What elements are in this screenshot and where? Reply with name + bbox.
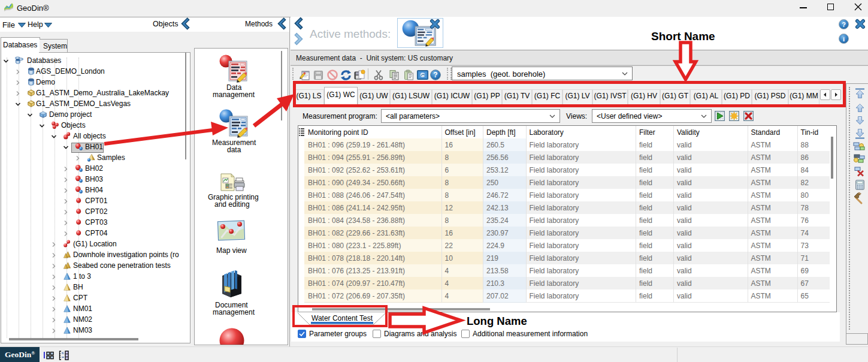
- svg-text:i: i: [843, 35, 845, 43]
- svg-text:?: ?: [433, 71, 437, 79]
- svg-text:?: ?: [842, 21, 846, 28]
